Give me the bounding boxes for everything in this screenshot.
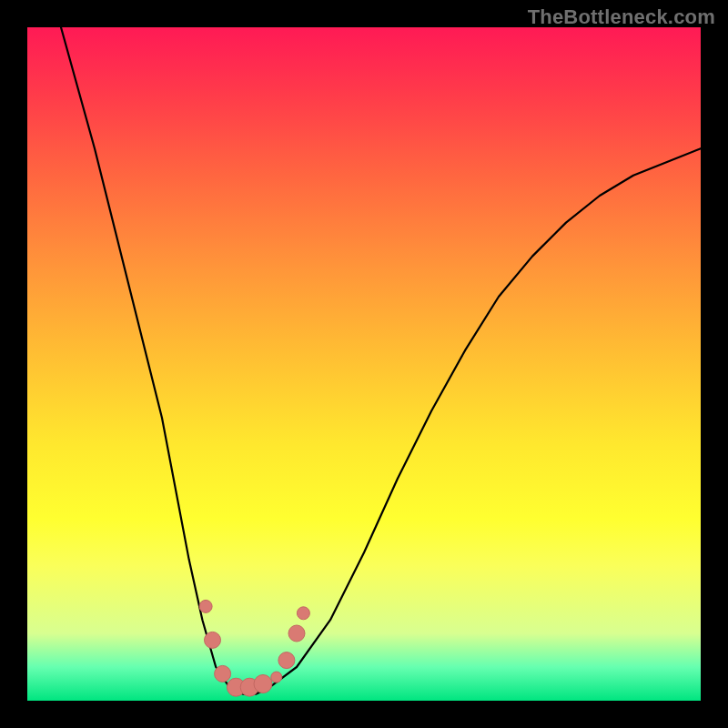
curve-svg: [27, 27, 701, 701]
curve-marker: [288, 625, 305, 642]
curve-marker: [297, 607, 309, 620]
bottleneck-curve: [61, 27, 701, 694]
curve-marker: [254, 675, 272, 693]
chart-frame: TheBottleneck.com: [0, 0, 728, 728]
plot-area: [27, 27, 701, 701]
curve-marker: [215, 665, 231, 682]
curve-markers: [199, 600, 309, 696]
bottleneck-curve-path: [61, 27, 701, 694]
curve-marker: [199, 600, 212, 612]
curve-marker: [271, 672, 282, 682]
watermark-text: TheBottleneck.com: [528, 5, 715, 29]
curve-marker: [205, 632, 221, 648]
curve-marker: [278, 652, 295, 669]
